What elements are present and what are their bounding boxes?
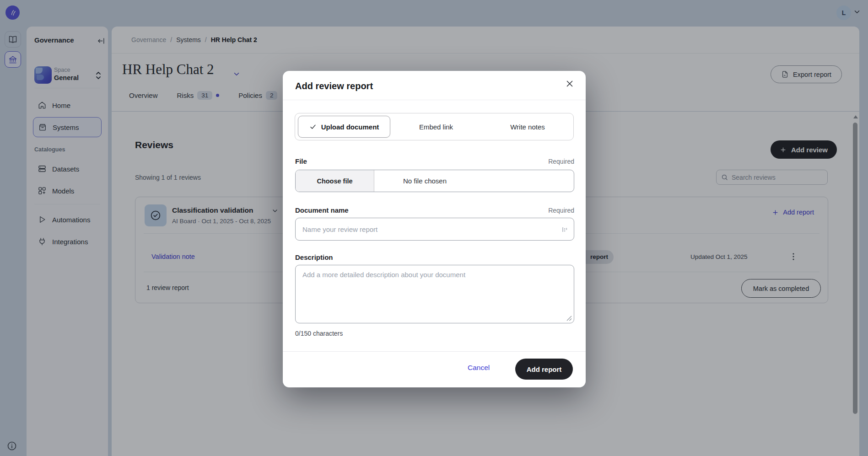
file-input: Choose file No file chosen [295, 170, 574, 192]
document-name-label: Document name [295, 206, 349, 214]
choose-file-label: Choose file [317, 177, 352, 185]
description-label: Description [295, 253, 333, 261]
choose-file-button[interactable]: Choose file [296, 170, 374, 192]
description-textarea[interactable] [302, 271, 567, 317]
cancel-button[interactable]: Cancel [468, 364, 490, 372]
tab-embed-link[interactable]: Embed link [390, 113, 482, 140]
tab-write-notes[interactable]: Write notes [482, 113, 573, 140]
barcode-icon [562, 226, 568, 233]
resize-handle-icon[interactable] [566, 316, 572, 321]
tab-upload-document[interactable]: Upload document [298, 116, 390, 138]
document-name-field [295, 218, 574, 241]
modal-title: Add review report [295, 81, 373, 91]
character-counter: 0/150 characters [295, 330, 343, 337]
file-required-tag: Required [548, 158, 574, 165]
check-icon [309, 123, 317, 130]
tab-embed-label: Embed link [419, 123, 453, 131]
name-required-tag: Required [548, 207, 574, 214]
file-status-text: No file chosen [403, 170, 447, 192]
close-icon[interactable] [565, 79, 575, 89]
tab-upload-label: Upload document [321, 123, 379, 131]
report-type-segmented-control: Upload document Embed link Write notes [295, 113, 574, 140]
add-report-submit-button[interactable]: Add report [515, 359, 573, 380]
description-field [295, 265, 574, 323]
document-name-input[interactable] [302, 218, 558, 240]
add-review-report-modal: Add review report Upload document Embed … [283, 71, 586, 387]
cancel-label: Cancel [468, 364, 490, 371]
tab-notes-label: Write notes [510, 123, 545, 131]
submit-label: Add report [527, 365, 562, 373]
file-field-label: File [295, 157, 307, 165]
